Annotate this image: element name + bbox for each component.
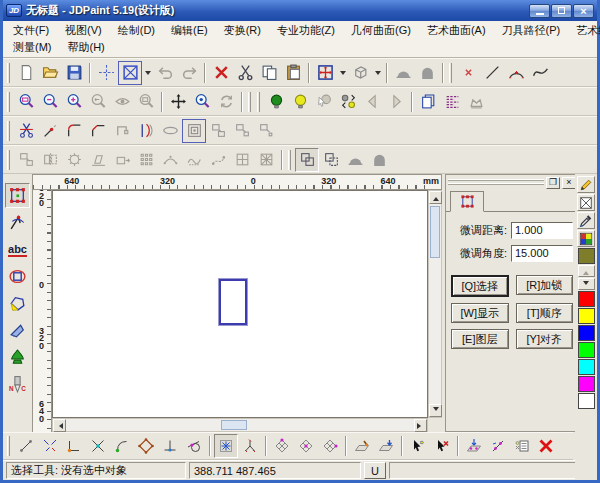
pick-cancel-button[interactable]: [430, 434, 454, 458]
snap-cross-button[interactable]: [94, 61, 118, 85]
next-object-button[interactable]: [384, 90, 408, 114]
zoom-in-button[interactable]: [62, 90, 86, 114]
show-object-button[interactable]: [110, 90, 134, 114]
current-color-swatch[interactable]: [578, 248, 595, 264]
fillet-button[interactable]: [62, 119, 86, 143]
eyedropper-button[interactable]: [577, 212, 595, 229]
save-button[interactable]: [62, 61, 86, 85]
offset-curve-button[interactable]: [134, 119, 158, 143]
scroll-right-arrow[interactable]: [414, 419, 427, 432]
horizontal-scrollbar[interactable]: [52, 418, 428, 432]
toolbar-grip[interactable]: [449, 63, 452, 83]
palette-scroll-up[interactable]: [578, 265, 595, 277]
swatch-white[interactable]: [578, 393, 595, 409]
knife-tool-button[interactable]: [5, 318, 30, 343]
pencil-button[interactable]: [577, 176, 595, 193]
select-tool-button[interactable]: [5, 183, 30, 208]
outline-oval-button[interactable]: [158, 119, 182, 143]
palette-scroll-down[interactable]: [578, 278, 595, 290]
display-button[interactable]: [W]显示: [451, 303, 509, 323]
menu-transform[interactable]: 变换(R): [216, 23, 269, 38]
toolbar-grip[interactable]: [7, 436, 10, 456]
vertical-scrollbar[interactable]: [428, 190, 442, 418]
trim-curve-button[interactable]: [38, 119, 62, 143]
chamfer-button[interactable]: [86, 119, 110, 143]
menu-file[interactable]: 文件(F): [5, 23, 57, 38]
panel-title-bar[interactable]: ❐ ×: [446, 175, 578, 189]
snap-endpoint-button[interactable]: [14, 434, 38, 458]
relief-dome-button[interactable]: [391, 61, 415, 85]
pick-point-button[interactable]: [406, 434, 430, 458]
prev-object-button[interactable]: [360, 90, 384, 114]
copy-cascade-1-button[interactable]: [206, 119, 230, 143]
menu-art-draw[interactable]: 艺术绘制(Y): [568, 23, 600, 38]
iso-plane-top-button[interactable]: [270, 434, 294, 458]
lock-button[interactable]: [R]加锁: [516, 275, 574, 295]
grid-transform-8-button[interactable]: [254, 148, 278, 172]
vertical-scroll-thumb[interactable]: [430, 206, 440, 258]
select-mode-button[interactable]: [Q]选择: [451, 275, 509, 297]
toolbar-grip[interactable]: [288, 150, 291, 170]
draw-arc-button[interactable]: [504, 61, 528, 85]
node-edit-tool-button[interactable]: [5, 210, 30, 235]
swatch-cyan[interactable]: [578, 359, 595, 375]
toolbar-grip[interactable]: [248, 92, 251, 112]
order-button[interactable]: [T]顺序: [516, 303, 574, 323]
grid-transform-4-button[interactable]: [230, 148, 254, 172]
mirror-button[interactable]: [38, 148, 62, 172]
draw-spline-button[interactable]: [528, 61, 552, 85]
snap-perpendicular-button[interactable]: [158, 434, 182, 458]
toolbar-grip[interactable]: [7, 150, 10, 170]
toolbar-grip[interactable]: [257, 92, 260, 112]
snap-midpoint-button[interactable]: [62, 434, 86, 458]
iso-plane-right-button[interactable]: [318, 434, 342, 458]
path-deform-button[interactable]: [206, 148, 230, 172]
region-select-button[interactable]: [577, 194, 595, 211]
transform-box-button[interactable]: [313, 61, 337, 85]
pattern-fill-button[interactable]: [577, 230, 595, 247]
copy-object-button[interactable]: [14, 148, 38, 172]
transform-box-dropdown[interactable]: [337, 62, 348, 84]
view-3d-button[interactable]: [348, 61, 372, 85]
unit-toggle-button[interactable]: U: [364, 462, 386, 479]
swatch-red[interactable]: [578, 291, 595, 307]
zoom-all-button[interactable]: [134, 90, 158, 114]
snap-node-button[interactable]: [238, 434, 262, 458]
text-tool-button[interactable]: abc: [5, 237, 30, 262]
swatch-green[interactable]: [578, 342, 595, 358]
relief-dome-filled-button[interactable]: [415, 61, 439, 85]
toolbar-grip[interactable]: [7, 63, 10, 83]
undo-button[interactable]: [153, 61, 177, 85]
snap-arc-end-button[interactable]: [110, 434, 134, 458]
snap-quadrant-button[interactable]: [134, 434, 158, 458]
concentric-copy-button[interactable]: [182, 119, 206, 143]
relief-dome-filled-button[interactable]: [367, 148, 391, 172]
menu-edit[interactable]: 编辑(E): [163, 23, 216, 38]
paste-button[interactable]: [281, 61, 305, 85]
snap-intersection-button[interactable]: [86, 434, 110, 458]
cut-button[interactable]: [233, 61, 257, 85]
arch-deform-button[interactable]: [158, 148, 182, 172]
object-list-button[interactable]: [440, 90, 464, 114]
curve-tool-button[interactable]: [5, 291, 30, 316]
copy-button[interactable]: [257, 61, 281, 85]
relief-dome-button[interactable]: [343, 148, 367, 172]
layer-button[interactable]: [E]图层: [451, 329, 509, 349]
toolbar-grip[interactable]: [7, 121, 10, 141]
panel-close-button[interactable]: ×: [562, 177, 576, 189]
zoom-window-button[interactable]: [14, 90, 38, 114]
nudge-distance-input[interactable]: 1.000: [511, 222, 573, 239]
copy-cascade-3-button[interactable]: [254, 119, 278, 143]
new-button[interactable]: [14, 61, 38, 85]
weld-button[interactable]: [295, 148, 319, 172]
iso-plane-center-button[interactable]: [294, 434, 318, 458]
toolbar-grip[interactable]: [7, 92, 10, 112]
close-button[interactable]: ×: [573, 4, 594, 18]
delete-button[interactable]: [209, 61, 233, 85]
copy-cascade-2-button[interactable]: [230, 119, 254, 143]
menu-draw[interactable]: 绘制(D): [110, 23, 163, 38]
cut-curve-button[interactable]: [14, 119, 38, 143]
pick-on-curve-button[interactable]: [486, 434, 510, 458]
light-on-button[interactable]: [264, 90, 288, 114]
panel-float-button[interactable]: ❐: [546, 177, 560, 189]
